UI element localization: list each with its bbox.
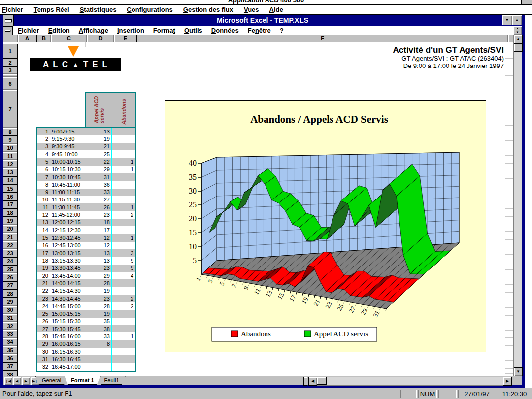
row-header-37[interactable]: 37 (3, 363, 18, 371)
tab-split-handle[interactable] (303, 377, 307, 386)
row-header-13[interactable]: 13 (3, 168, 18, 176)
table-row-1[interactable]: 19:00-9:1513 (37, 128, 135, 135)
menu-item--[interactable]: ? (280, 27, 284, 34)
table-row-23[interactable]: 2314:30-14:45232 (37, 295, 135, 302)
table-row-6[interactable]: 610:15-10:30291 (37, 166, 135, 173)
table-row-11[interactable]: 1111:30-11:45261 (37, 203, 135, 211)
document-control-box[interactable] (3, 26, 13, 35)
table-row-22[interactable]: 2214:15-14:3019 (37, 287, 135, 295)
row-header-27[interactable]: 27 (3, 282, 18, 290)
row-header-34[interactable]: 34 (3, 338, 18, 346)
row-header-9[interactable]: 9 (3, 136, 18, 144)
prev-sheet-button[interactable]: ◀ (13, 377, 21, 385)
table-row-14[interactable]: 1412:15-12:3017 (37, 226, 135, 234)
row-header-16[interactable]: 16 (3, 193, 18, 200)
minimize-button[interactable]: ▼ (502, 15, 512, 25)
maximize-button[interactable]: ▲ (512, 15, 522, 25)
chart-object[interactable]: 5101520253035401357911131517192123252729… (165, 100, 486, 352)
sheet-tab-format-1[interactable]: Format 1 (65, 376, 100, 385)
row-header-33[interactable]: 33 (3, 330, 18, 338)
row-header-36[interactable]: 36 (3, 354, 18, 362)
menu-item-fichier[interactable]: Fichier (2, 6, 23, 13)
table-row-17[interactable]: 1713:00-13:15133 (37, 249, 135, 257)
row-header-38[interactable]: 38 (3, 371, 18, 376)
menu-item-edition[interactable]: Edition (48, 27, 70, 34)
row-header-12[interactable]: 12 (3, 160, 18, 168)
table-row-28[interactable]: 2815:45-16:00331 (37, 332, 135, 340)
table-row-30[interactable]: 3016:15-16:30 (37, 348, 135, 355)
row-header-19[interactable]: 19 (3, 217, 18, 225)
row-header-7[interactable]: 7 (3, 90, 18, 128)
menu-item-affichage[interactable]: Affichage (79, 27, 108, 34)
row-header-6[interactable]: 6 (3, 77, 18, 90)
table-row-31[interactable]: 3116:30-16:45 (37, 355, 135, 363)
table-row-15[interactable]: 1512:30-12:45121 (37, 234, 135, 241)
menu-item-vues[interactable]: Vues (244, 6, 259, 13)
table-row-7[interactable]: 710:30-10:4531 (37, 173, 135, 181)
table-row-13[interactable]: 1312:00-12:1518 (37, 219, 135, 226)
scroll-right-button[interactable]: ▶ (503, 377, 512, 386)
menu-item-configurations[interactable]: Configurations (127, 6, 172, 13)
row-header-14[interactable]: 14 (3, 177, 18, 185)
table-row-27[interactable]: 2715:30-15:4538 (37, 325, 135, 332)
table-row-32[interactable]: 3216:45-17:00 (37, 363, 135, 371)
row-header-30[interactable]: 30 (3, 306, 18, 314)
row-header-29[interactable]: 29 (3, 298, 18, 306)
table-row-8[interactable]: 810:45-11:0036 (37, 181, 135, 188)
table-row-20[interactable]: 2013:45-14:00294 (37, 272, 135, 279)
next-sheet-button[interactable]: ▶ (22, 377, 30, 385)
table-row-26[interactable]: 2615:15-15:3035 (37, 318, 135, 325)
scroll-down-button[interactable]: ▼ (514, 367, 523, 376)
row-header-26[interactable]: 26 (3, 273, 18, 281)
column-header-A[interactable]: A (18, 35, 37, 43)
table-row-2[interactable]: 29:15-9:3019 (37, 135, 135, 142)
row-header-31[interactable]: 31 (3, 314, 18, 322)
sheet-tab-general[interactable]: General (35, 376, 67, 385)
row-header-15[interactable]: 15 (3, 185, 18, 193)
column-header-E[interactable]: E (114, 35, 137, 43)
row-header-17[interactable]: 17 (3, 201, 18, 209)
data-table[interactable]: 19:00-9:151329:15-9:301939:30-9:452149:4… (36, 127, 136, 372)
row-header-35[interactable]: 35 (3, 346, 18, 354)
table-row-4[interactable]: 49:45-10:0025 (37, 150, 135, 158)
table-row-12[interactable]: 1211:45-12:00232 (37, 211, 135, 218)
excel-titlebar[interactable]: Microsoft Excel - TEMP.XLS ▼ ▲ (3, 15, 522, 26)
row-header-32[interactable]: 32 (3, 322, 18, 330)
menu-item-temps-r-el[interactable]: Temps Réel (34, 6, 69, 13)
table-row-29[interactable]: 2916:00-16:158 (37, 340, 135, 348)
vertical-scroll-thumb[interactable] (514, 43, 523, 52)
scroll-left-button[interactable]: ◀ (308, 377, 317, 386)
table-row-24[interactable]: 2414:45-15:00282 (37, 302, 135, 310)
table-row-9[interactable]: 911:00-11:1533 (37, 189, 135, 196)
row-header-8[interactable]: 8 (3, 128, 18, 136)
vertical-scrollbar[interactable]: ▲ ▼ (513, 35, 522, 376)
row-header-21[interactable]: 21 (3, 233, 18, 241)
row-header-1[interactable]: 1 (3, 44, 18, 59)
menu-item-donn-es[interactable]: Données (211, 27, 239, 34)
menu-item-format[interactable]: Format (153, 27, 175, 34)
column-header-B[interactable]: B (37, 35, 51, 43)
row-header-3[interactable]: 3 (3, 66, 18, 74)
menu-item-insertion[interactable]: Insertion (117, 27, 144, 34)
row-header-11[interactable]: 11 (3, 152, 18, 160)
row-header-22[interactable]: 22 (3, 241, 18, 249)
column-header-F[interactable]: F (137, 35, 508, 43)
scroll-up-button[interactable]: ▲ (514, 35, 523, 44)
outer-maximize-button[interactable] (527, 0, 532, 5)
horizontal-scroll-thumb[interactable] (317, 377, 327, 385)
table-row-21[interactable]: 2114:00-14:1528 (37, 279, 135, 287)
document-restore-button[interactable]: ▲▼ (513, 26, 522, 35)
table-row-25[interactable]: 2515:00-15:1519 (37, 310, 135, 318)
menu-item-aide[interactable]: Aide (269, 6, 283, 13)
table-row-3[interactable]: 39:30-9:4521 (37, 143, 135, 150)
horizontal-scrollbar[interactable]: ◀ ▶ (308, 377, 512, 386)
menu-item-fichier[interactable]: Fichier (18, 27, 39, 34)
row-header-2[interactable]: 2 (3, 59, 18, 66)
row-header-20[interactable]: 20 (3, 225, 18, 233)
row-header-10[interactable]: 10 (3, 144, 18, 152)
sheet-tab-feuil1[interactable]: Feuil1 (98, 376, 126, 385)
table-row-19[interactable]: 1913:30-13:45239 (37, 265, 135, 272)
row-header-24[interactable]: 24 (3, 258, 18, 266)
select-all-corner[interactable] (3, 35, 18, 43)
menu-item-statistiques[interactable]: Statistiques (80, 6, 117, 13)
